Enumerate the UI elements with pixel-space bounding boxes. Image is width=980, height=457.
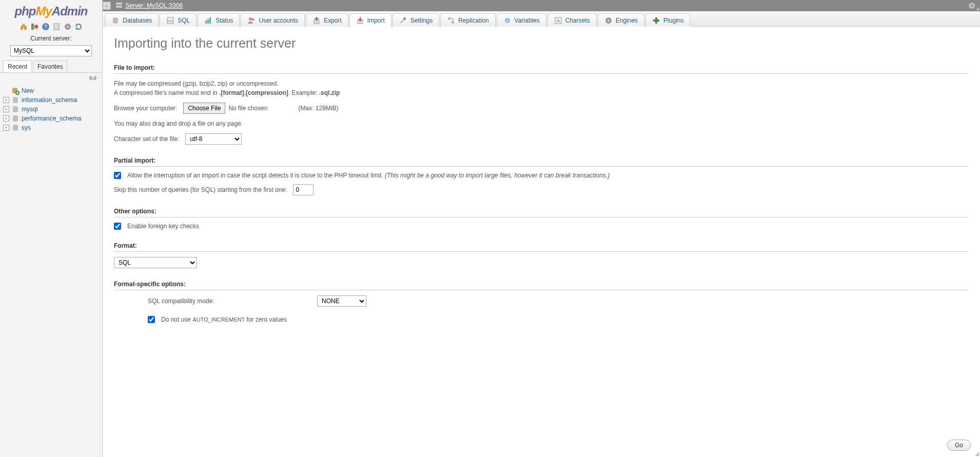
tab-databases[interactable]: Databases xyxy=(105,13,159,27)
database-icon xyxy=(11,124,19,132)
expand-icon[interactable]: + xyxy=(3,115,9,122)
tab-settings[interactable]: Settings xyxy=(393,13,439,27)
tree-db-mysql[interactable]: + mysql xyxy=(3,105,99,114)
tab-variables[interactable]: vVariables xyxy=(497,13,546,27)
tab-export[interactable]: Export xyxy=(306,13,348,27)
nav-link-icon[interactable] xyxy=(89,75,98,80)
svg-rect-12 xyxy=(116,3,122,5)
svg-rect-19 xyxy=(205,21,207,24)
plugin-icon xyxy=(652,16,660,25)
browse-label: Browse your computer: xyxy=(114,105,177,112)
main-content: Importing into the current server File t… xyxy=(103,27,980,457)
import-icon xyxy=(356,16,364,25)
fk-label: Enable foreign key checks xyxy=(127,223,199,230)
variables-icon: v xyxy=(503,16,512,25)
svg-rect-13 xyxy=(116,6,122,8)
database-tree: New + information_schema + mysql + perfo… xyxy=(0,84,102,134)
svg-point-5 xyxy=(67,26,69,28)
reload-icon[interactable] xyxy=(74,23,83,31)
format-select[interactable]: SQL xyxy=(114,257,197,268)
engine-icon xyxy=(604,16,613,25)
collapse-panel-button[interactable]: ← xyxy=(103,2,111,10)
database-icon xyxy=(11,105,19,113)
section-format-specific: Format-specific options: xyxy=(114,281,969,290)
nav-toolbar: ? xyxy=(0,21,102,33)
drag-hint: You may also drag and drop a file on any… xyxy=(114,119,969,128)
charset-select[interactable]: utf-8 xyxy=(185,133,242,145)
svg-text:v: v xyxy=(506,18,508,23)
svg-text:?: ? xyxy=(44,24,47,30)
svg-point-15 xyxy=(971,5,973,7)
svg-text:SQL: SQL xyxy=(167,19,174,23)
replication-icon xyxy=(447,16,455,25)
tab-replication[interactable]: Replication xyxy=(440,13,495,27)
expand-icon[interactable]: + xyxy=(3,125,9,131)
new-db-icon xyxy=(11,87,19,95)
tab-import[interactable]: Import xyxy=(349,13,391,27)
sql-docs-icon[interactable] xyxy=(52,23,61,31)
skip-queries-input[interactable] xyxy=(293,184,313,195)
svg-rect-20 xyxy=(207,19,209,24)
file-help-text: File may be compressed (gzip, bzip2, zip… xyxy=(114,79,969,97)
svg-rect-26 xyxy=(448,17,450,20)
database-icon xyxy=(11,114,19,123)
corner-handle-icon[interactable] xyxy=(976,7,979,10)
section-partial-import: Partial import: xyxy=(114,157,969,167)
expand-icon[interactable]: + xyxy=(3,106,9,112)
tab-plugins[interactable]: Plugins xyxy=(645,13,690,27)
svg-point-33 xyxy=(607,19,610,22)
page-title: Importing into the current server xyxy=(114,36,969,51)
fk-checkbox[interactable] xyxy=(114,223,121,230)
home-icon[interactable] xyxy=(19,23,28,31)
resize-handle-icon[interactable] xyxy=(975,452,979,456)
tree-new[interactable]: New xyxy=(3,86,99,95)
server-icon xyxy=(115,1,123,11)
main-tabs: Databases SQLSQL Status User accounts Ex… xyxy=(103,11,980,27)
breadcrumb-server[interactable]: Server: MySQL:3306 xyxy=(125,2,183,9)
svg-text:A: A xyxy=(557,18,560,23)
tab-recent[interactable]: Recent xyxy=(3,61,32,72)
tab-user-accounts[interactable]: User accounts xyxy=(241,13,305,27)
server-select[interactable]: MySQL xyxy=(10,45,92,56)
database-icon xyxy=(11,96,19,104)
choose-file-button[interactable]: Choose File xyxy=(183,103,225,114)
tree-db-information_schema[interactable]: + information_schema xyxy=(3,95,99,105)
wrench-icon xyxy=(399,16,407,25)
tree-db-performance_schema[interactable]: + performance_schema xyxy=(3,114,99,123)
tab-sql[interactable]: SQLSQL xyxy=(160,13,197,27)
section-file-to-import: File to import: xyxy=(114,64,969,74)
allow-interrupt-checkbox[interactable] xyxy=(114,172,121,179)
status-icon xyxy=(204,16,212,25)
expand-icon[interactable]: + xyxy=(3,97,9,103)
nav-settings-icon[interactable] xyxy=(64,23,72,31)
current-server-label: Current server: xyxy=(0,33,102,45)
svg-point-22 xyxy=(249,17,252,21)
tab-favorites[interactable]: Favorites xyxy=(33,61,67,72)
database-icon xyxy=(111,16,120,25)
logout-icon[interactable] xyxy=(30,23,38,31)
no-auto-increment-checkbox[interactable] xyxy=(148,316,155,323)
nav-tabs: Recent Favorites xyxy=(0,61,102,73)
svg-rect-3 xyxy=(54,24,59,30)
breadcrumb-bar: Server: MySQL:3306 xyxy=(103,0,980,11)
export-icon xyxy=(312,16,321,25)
tab-engines[interactable]: Engines xyxy=(598,13,644,27)
page-settings-icon[interactable] xyxy=(968,2,976,11)
skip-label: Skip this number of queries (for SQL) st… xyxy=(114,186,287,193)
tab-status[interactable]: Status xyxy=(198,13,240,27)
charsets-icon: A xyxy=(554,16,562,25)
tree-db-sys[interactable]: + sys xyxy=(3,123,99,132)
docs-icon[interactable]: ? xyxy=(42,23,50,31)
compat-select[interactable]: NONE xyxy=(317,295,366,307)
svg-rect-21 xyxy=(209,17,211,24)
users-icon xyxy=(247,16,256,25)
no-auto-increment-label: Do not use AUTO_INCREMENT for zero value… xyxy=(161,316,287,323)
svg-rect-0 xyxy=(31,24,34,30)
go-button[interactable]: Go xyxy=(947,440,971,451)
section-format: Format: xyxy=(114,242,969,252)
svg-point-23 xyxy=(252,18,254,21)
logo: phpMyAdmin xyxy=(0,0,102,21)
charset-label: Character set of the file: xyxy=(114,135,179,143)
tab-charsets[interactable]: ACharsets xyxy=(547,13,597,27)
sql-icon: SQL xyxy=(166,16,174,25)
